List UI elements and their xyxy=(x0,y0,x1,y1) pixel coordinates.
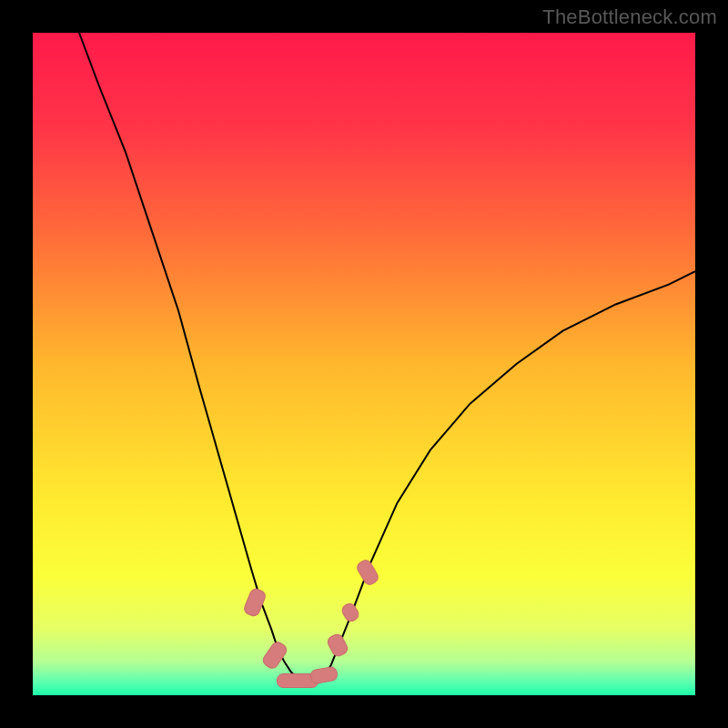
bottleneck-curve xyxy=(33,33,695,695)
watermark-text: TheBottleneck.com xyxy=(542,5,717,29)
plot-area xyxy=(33,33,695,695)
chart-frame: TheBottleneck.com xyxy=(0,0,728,728)
